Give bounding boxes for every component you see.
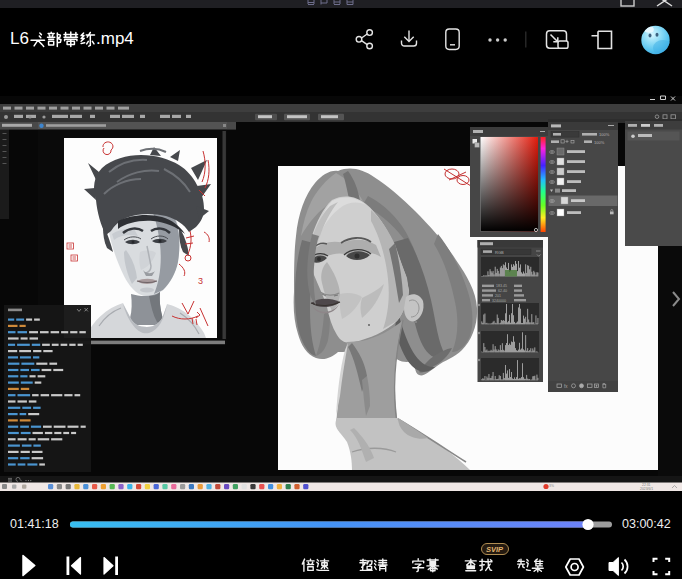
svg-text:62.40: 62.40 [498,289,507,293]
svg-text:3240000: 3240000 [492,299,506,303]
svg-text:100%: 100% [594,140,605,145]
svg-text:183.45: 183.45 [496,284,507,288]
svg-text:RGB: RGB [495,250,504,255]
svg-text:100%: 100% [599,132,610,137]
svg-text:3: 3 [198,276,203,286]
svg-text:SVIP: SVIP [486,545,504,554]
svg-text:2023/6/1: 2023/6/1 [640,487,653,491]
svg-text:3%: 3% [549,484,554,488]
svg-text:201: 201 [495,294,501,298]
